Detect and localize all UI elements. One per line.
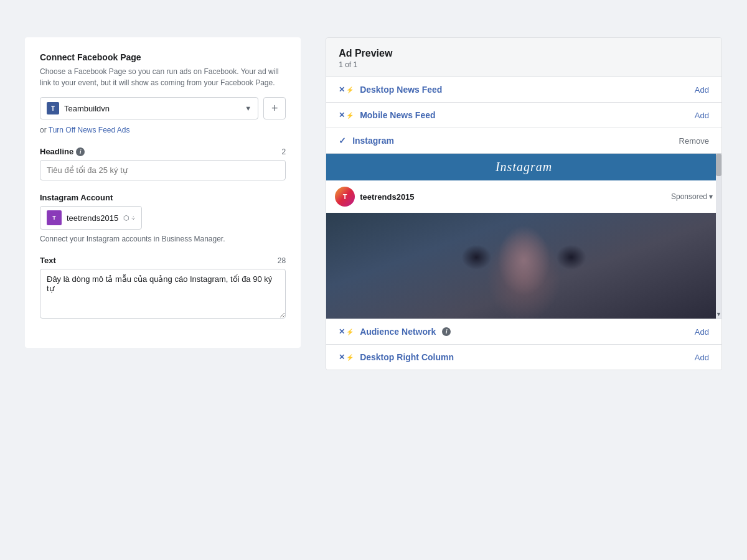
fb-page-select[interactable]: T Teambuildvn ▼	[40, 97, 258, 119]
instagram-placement-label[interactable]: Instagram	[352, 136, 394, 146]
text-input[interactable]: Đây là dòng mô tả mẫu của quảng cáo Inst…	[40, 269, 286, 319]
connect-desc: Choose a Facebook Page so you can run ad…	[40, 66, 286, 88]
instagram-account-label-row: Instagram Account	[40, 193, 286, 202]
instagram-remove-button[interactable]: Remove	[679, 136, 709, 146]
instagram-preview-scroll-area[interactable]: Instagram T teetrends2015 Sponsored ▾	[326, 154, 721, 319]
post-sponsored: Sponsored ▾	[671, 192, 713, 201]
audience-network-add-button[interactable]: Add	[695, 327, 709, 337]
text-label-row: Text 28	[40, 256, 286, 265]
desktop-news-feed-status-icon: ✕⚡	[339, 85, 354, 94]
audience-network-info-icon[interactable]: i	[442, 327, 451, 336]
placement-left: ✕⚡ Mobile News Feed	[339, 110, 435, 120]
post-avatar: T	[335, 187, 355, 207]
instagram-select-arrow-icon: ⬡ ÷	[123, 214, 135, 222]
placement-row-desktop-news-feed: ✕⚡ Desktop News Feed Add	[326, 77, 721, 102]
placement-left: ✕⚡ Audience Network i	[339, 327, 451, 337]
placement-row-desktop-right-column: ✕⚡ Desktop Right Column Add	[326, 344, 721, 370]
post-avatar-name: T teetrends2015	[335, 187, 414, 207]
headline-label-row: Headline i 2	[40, 147, 286, 156]
headline-input[interactable]	[40, 160, 286, 180]
instagram-logo-text: Instagram	[336, 160, 712, 174]
placement-row-instagram: ✓ Instagram Remove	[326, 128, 721, 153]
instagram-connect-desc: Connect your Instagram accounts in Busin…	[40, 235, 286, 243]
text-label: Text	[40, 256, 56, 265]
scroll-handle	[716, 154, 721, 176]
audience-network-label[interactable]: Audience Network	[360, 327, 436, 337]
turn-off-row: or Turn Off News Feed Ads	[40, 126, 286, 134]
instagram-account-name: teetrends2015	[67, 213, 118, 223]
headline-group: Headline i 2	[40, 147, 286, 180]
desktop-news-feed-label[interactable]: Desktop News Feed	[360, 85, 442, 95]
headline-label: Headline i	[40, 147, 85, 156]
chevron-down-icon: ▼	[245, 105, 251, 112]
turn-off-news-feed-link[interactable]: Turn Off News Feed Ads	[49, 126, 130, 134]
ad-preview-header: Ad Preview 1 of 1	[326, 38, 721, 77]
ad-preview-title: Ad Preview	[339, 48, 709, 59]
text-char-count: 28	[278, 256, 286, 265]
mobile-news-feed-add-button[interactable]: Add	[695, 111, 709, 120]
instagram-post-header: T teetrends2015 Sponsored ▾	[326, 180, 721, 213]
desktop-news-feed-add-button[interactable]: Add	[695, 85, 709, 95]
sponsored-chevron-icon: ▾	[709, 192, 713, 201]
placement-row-audience-network: ✕⚡ Audience Network i Add	[326, 319, 721, 344]
ad-preview-sub: 1 of 1	[339, 60, 709, 69]
placement-left: ✕⚡ Desktop News Feed	[339, 85, 442, 95]
desktop-right-column-add-button[interactable]: Add	[695, 353, 709, 362]
fb-page-row: T Teambuildvn ▼ +	[40, 97, 286, 119]
desktop-right-column-label[interactable]: Desktop Right Column	[360, 352, 454, 362]
headline-info-icon[interactable]: i	[76, 147, 85, 156]
add-page-button[interactable]: +	[263, 97, 286, 119]
audience-network-status-icon: ✕⚡	[339, 327, 354, 336]
scroll-arrow-down-icon: ▼	[716, 311, 721, 319]
instagram-avatar: T	[47, 210, 62, 225]
mobile-news-feed-label[interactable]: Mobile News Feed	[360, 110, 435, 120]
instagram-header-bar: Instagram	[326, 154, 721, 180]
placement-row-mobile-news-feed: ✕⚡ Mobile News Feed Add	[326, 102, 721, 128]
page-name: Teambuildvn	[64, 104, 240, 113]
instagram-preview-image	[326, 213, 721, 319]
placement-left: ✕⚡ Desktop Right Column	[339, 352, 454, 362]
connect-title: Connect Facebook Page	[40, 52, 286, 62]
right-panel: Ad Preview 1 of 1 ✕⚡ Desktop News Feed A…	[326, 37, 722, 370]
instagram-account-select[interactable]: T teetrends2015 ⬡ ÷	[40, 206, 142, 230]
instagram-account-label: Instagram Account	[40, 193, 113, 202]
text-group: Text 28 Đây là dòng mô tả mẫu của quảng …	[40, 256, 286, 320]
instagram-account-group: Instagram Account T teetrends2015 ⬡ ÷ Co…	[40, 193, 286, 243]
instagram-preview-scroll-container: Instagram T teetrends2015 Sponsored ▾	[326, 154, 721, 319]
post-username: teetrends2015	[360, 192, 414, 202]
instagram-status-icon: ✓	[339, 136, 346, 146]
page-icon: T	[47, 102, 59, 114]
desktop-right-column-status-icon: ✕⚡	[339, 353, 354, 362]
left-panel: Connect Facebook Page Choose a Facebook …	[25, 37, 301, 348]
scrollbar[interactable]: ▼	[716, 154, 721, 319]
placement-left: ✓ Instagram	[339, 136, 394, 146]
mobile-news-feed-status-icon: ✕⚡	[339, 111, 354, 119]
instagram-preview-wrapper: Instagram T teetrends2015 Sponsored ▾	[326, 153, 721, 319]
headline-char-count: 2	[281, 147, 286, 156]
